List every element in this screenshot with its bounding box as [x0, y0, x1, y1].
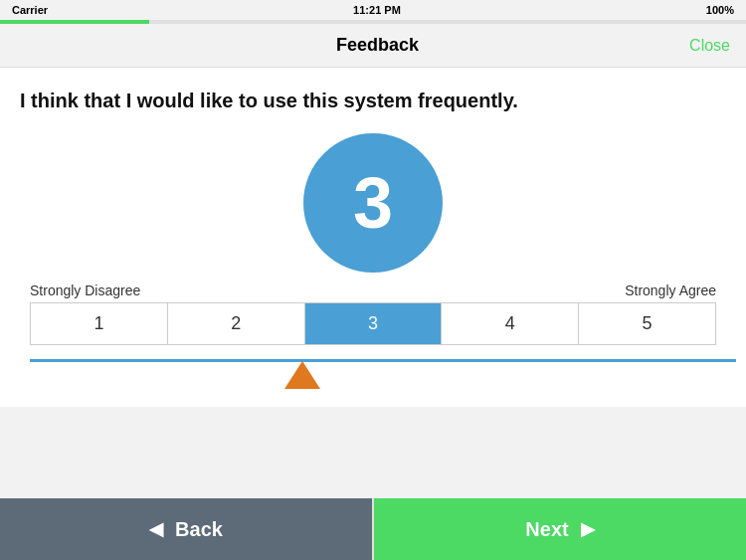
rating-circle: 3: [303, 133, 443, 273]
scale-btn-3[interactable]: 3: [305, 303, 443, 344]
next-button[interactable]: Next ▶: [374, 498, 746, 560]
nav-title: Feedback: [336, 35, 419, 56]
scale-right-label: Strongly Agree: [625, 282, 716, 298]
main-content: I think that I would like to use this sy…: [0, 68, 746, 407]
back-arrow-icon: ◀: [149, 518, 163, 540]
battery-label: 100%: [706, 4, 734, 16]
next-label: Next: [525, 518, 568, 541]
scale-btn-2[interactable]: 2: [168, 303, 305, 344]
question-text: I think that I would like to use this sy…: [20, 88, 726, 113]
nav-bar: Feedback Close: [0, 24, 746, 68]
scale-labels: Strongly Disagree Strongly Agree: [20, 282, 726, 298]
scale-left-label: Strongly Disagree: [30, 282, 140, 298]
scale-btn-4[interactable]: 4: [442, 303, 579, 344]
scale-buttons: 1 2 3 4 5: [30, 302, 716, 345]
circle-number: 3: [353, 167, 393, 239]
back-button[interactable]: ◀ Back: [0, 498, 372, 560]
scale-btn-5[interactable]: 5: [579, 303, 715, 344]
back-label: Back: [175, 518, 223, 541]
slider-track: [30, 359, 736, 362]
bottom-buttons: ◀ Back Next ▶: [0, 498, 746, 560]
slider-container: [20, 347, 726, 397]
next-arrow-icon: ▶: [581, 518, 595, 540]
circle-container: 3: [20, 133, 726, 273]
scale-btn-1[interactable]: 1: [31, 303, 168, 344]
close-button[interactable]: Close: [689, 37, 730, 55]
slider-arrow-indicator: [284, 361, 320, 389]
carrier-label: Carrier: [12, 4, 48, 16]
time-label: 11:21 PM: [353, 4, 401, 16]
status-bar: Carrier 11:21 PM 100%: [0, 0, 746, 20]
